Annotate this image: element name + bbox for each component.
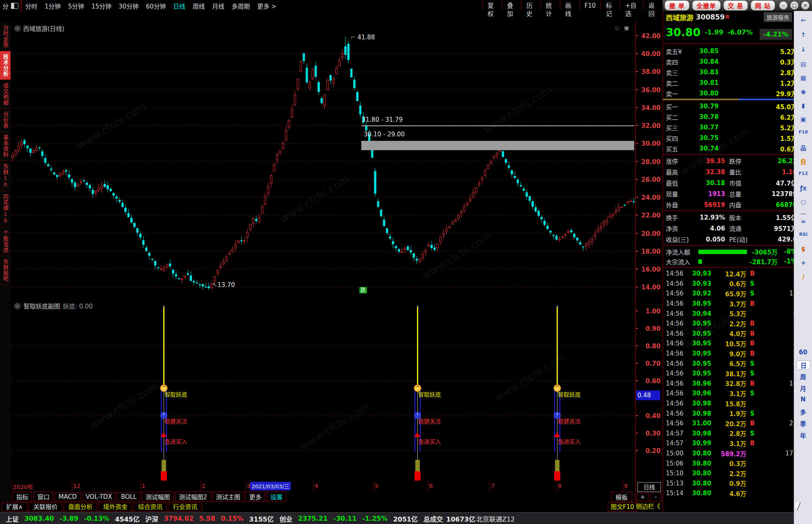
pages-icon[interactable]: ▣ [794, 116, 812, 123]
strip-period-日[interactable]: 日 [797, 360, 810, 370]
f10-graphic-button[interactable]: 图文F10 [608, 502, 637, 512]
tab-BOLL[interactable]: BOLL [117, 492, 140, 501]
indicator-tick: 0.90 [646, 325, 661, 332]
period-分时[interactable]: 分时 [22, 2, 41, 10]
separator [663, 43, 794, 44]
tool-标记[interactable]: 标记 [600, 2, 620, 10]
period-5分钟[interactable]: 5分钟 [65, 2, 88, 10]
ext-tab-行业资讯[interactable]: 行业资讯 [168, 502, 202, 512]
sidebar-toggle[interactable]: 侧边栏《 [636, 502, 660, 511]
tab-测试幅图2[interactable]: 测试幅图2 [175, 492, 211, 502]
tab-VOL-TDX[interactable]: VOL-TDX [82, 492, 116, 501]
trade-button-全撤单[interactable]: 全撤单 [692, 0, 721, 11]
tab-测试幅图[interactable]: 测试幅图 [142, 492, 173, 502]
scroll-down-icon[interactable]: ↓ [794, 46, 812, 53]
period-30分钟[interactable]: 30分钟 [115, 2, 142, 10]
period-月线[interactable]: 月线 [208, 2, 228, 10]
zoom-in-button[interactable]: + [637, 493, 648, 502]
f10-icon[interactable]: F10 [794, 129, 812, 135]
pane-maximize-icon[interactable]: ▣ [624, 25, 629, 31]
tab-指标[interactable]: 指标 [13, 492, 32, 502]
kline-icon[interactable]: ▮ [794, 102, 812, 109]
stock-name[interactable]: 西域旅游 [666, 12, 693, 22]
strip-period-60[interactable]: 60 [797, 349, 810, 356]
minimize-button[interactable]: – [779, 1, 788, 10]
f12-icon[interactable]: F12 [794, 171, 812, 176]
template-button[interactable]: 模板 [611, 492, 632, 502]
period-60分钟[interactable]: 60分钟 [142, 2, 169, 10]
ext-tab-扩展∧[interactable]: 扩展∧ [2, 502, 27, 512]
trade-button-网站[interactable]: 网 站 [751, 0, 775, 11]
circle-icon[interactable]: ○ [794, 198, 812, 206]
strip-period-年[interactable]: 年 [797, 431, 810, 440]
wave-icon[interactable]: ≈ [794, 218, 812, 225]
scroll-up-icon[interactable]: ↑ [794, 31, 812, 39]
collapse-chart-icon[interactable]: ⌄ [14, 25, 21, 32]
indicator-panel[interactable]: ⌄ 智取妖底副图 妖底: 0.00 ^智取妖底*稳健关注急进买入^智取妖底*稳健… [11, 298, 635, 481]
zoom-out-button[interactable]: - [650, 493, 661, 502]
trade-button-交易[interactable]: 交 易 [723, 0, 748, 11]
move-icon[interactable]: + [794, 259, 812, 267]
rsi-icon[interactable]: RSI [794, 232, 812, 237]
ext-tab-境外资金[interactable]: 境外资金 [99, 502, 132, 512]
table-icon[interactable]: ▦ [794, 74, 812, 82]
tool-复权[interactable]: 复权 [482, 2, 502, 10]
tool-历史[interactable]: 历史 [521, 2, 540, 10]
tab-更多[interactable]: 更多 [246, 492, 265, 502]
ext-tab-关联报价[interactable]: 关联报价 [29, 502, 62, 512]
tool-画线[interactable]: 画线 [560, 2, 579, 10]
draw-icon[interactable]: ∕ [794, 273, 812, 280]
sidebar-item-东财股吧[interactable]: 东财股吧 [0, 256, 11, 285]
pane-diamond-icon[interactable]: ◇ [615, 25, 619, 31]
period-daily-box[interactable]: 日线 [637, 482, 661, 492]
tool-F10[interactable]: F10 [579, 2, 601, 10]
sidebar-item-东财10[interactable]: 东财10 [0, 161, 11, 191]
tick-volume: 9.0万 [711, 349, 746, 358]
divider[interactable]: — [794, 210, 812, 217]
tool-返回[interactable]: 返回 [643, 2, 663, 10]
sidebar-item-个股龙虎[interactable]: 个股龙虎 [0, 227, 11, 256]
report-icon[interactable]: ▤ [794, 60, 812, 68]
sidebar-item-同花顺10[interactable]: 同花顺10 [0, 191, 11, 227]
close-button[interactable]: × [801, 1, 810, 10]
period-周线[interactable]: 周线 [189, 2, 208, 10]
strip-period-周[interactable]: 周 [797, 372, 810, 381]
restore-button[interactable]: ▢ [790, 1, 799, 10]
trade-button-撤单[interactable]: 撤 单 [665, 0, 689, 11]
split-view-tab[interactable]: 分 [0, 0, 22, 11]
ext-tab-综合资讯[interactable]: 综合资讯 [134, 502, 167, 512]
formula-icon[interactable]: ƒx [794, 185, 812, 192]
strip-period-多[interactable]: 多 [797, 408, 810, 416]
strip-period-季[interactable]: 季 [797, 419, 810, 428]
tick-price: 30.95 [686, 320, 711, 327]
ext-tab-盘面分析[interactable]: 盘面分析 [64, 502, 97, 512]
tool-+自选[interactable]: +自选 [620, 2, 643, 10]
tool-统计[interactable]: 统计 [540, 2, 560, 10]
period-多周期[interactable]: 多周期 [228, 2, 253, 10]
tab-MACD[interactable]: MACD [55, 492, 80, 501]
sidebar-item-成交明细[interactable]: 成交明细 [0, 80, 11, 109]
period-更多 >[interactable]: 更多 > [253, 2, 280, 10]
trend-chart-icon[interactable]: ◉ [794, 88, 812, 95]
sidebar-item-技术分析[interactable]: 技术分析 [0, 51, 11, 80]
back-icon[interactable]: ← [794, 17, 812, 24]
price-tick: 32.00 [641, 122, 661, 129]
date-axis: 2020年12123456789 2021/03/03/三 [11, 481, 635, 492]
tab-设置[interactable]: 设置 [267, 492, 286, 502]
tab-测试主图[interactable]: 测试主图 [212, 492, 244, 502]
sidebar-item-基本资料[interactable]: 基本资料 [0, 132, 11, 161]
period-15分钟[interactable]: 15分钟 [88, 2, 115, 10]
tree-icon[interactable]: 品 [794, 143, 812, 152]
main-chart-panel[interactable]: ⌄ 西域旅游(日线) ◇ ▣ ⌐ 41.88 31.80 - 31.79 30.… [11, 22, 635, 299]
period-1分钟[interactable]: 1分钟 [41, 2, 65, 10]
money-icon[interactable]: $ [794, 246, 812, 253]
sidebar-item-分时走势[interactable]: 分时走势 [0, 22, 11, 51]
tool-叠加[interactable]: 叠加 [502, 2, 521, 10]
sidebar-item-分价表[interactable]: 分价表 [0, 109, 11, 132]
custom-icon[interactable]: 自 [794, 157, 812, 166]
industry-tag[interactable]: 旅游服务 [764, 12, 792, 22]
tab-窗口[interactable]: 窗口 [34, 492, 53, 502]
period-日线[interactable]: 日线 [169, 2, 189, 10]
strip-period-N[interactable]: N [797, 396, 810, 403]
strip-period-月[interactable]: 月 [797, 384, 810, 392]
